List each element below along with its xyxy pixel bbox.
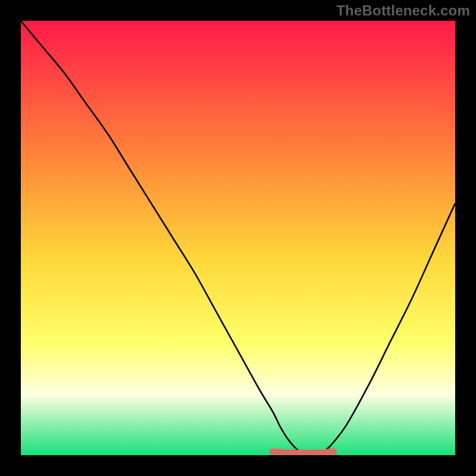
border-bottom [0,455,476,476]
border-left [0,0,21,476]
chart-frame: { "watermark": "TheBottleneck.com", "col… [0,0,476,476]
border-right [455,0,476,476]
watermark-text: TheBottleneck.com [336,2,470,19]
plot-background [21,21,455,455]
sweet-spot-marker [273,452,333,453]
bottleneck-chart [0,0,476,476]
